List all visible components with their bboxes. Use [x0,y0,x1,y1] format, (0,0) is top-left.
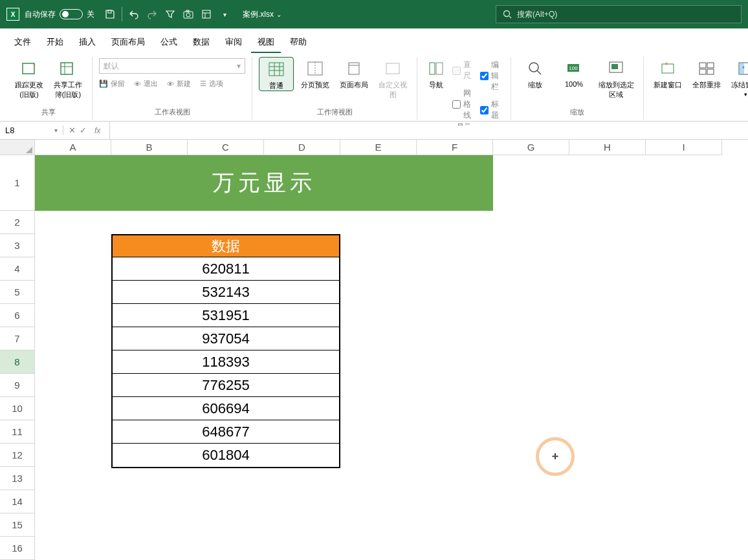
cancel-icon[interactable]: ✕ [69,125,76,135]
new-view-button[interactable]: 👁 新建 [167,79,191,89]
row-header[interactable]: 8 [0,350,35,374]
data-cell[interactable]: 620811 [113,257,339,281]
svg-point-7 [504,11,510,17]
column-header[interactable]: C [188,140,264,155]
row-header[interactable]: 4 [0,257,35,281]
page-layout-button[interactable]: 页面布局 [336,57,371,90]
column-header[interactable]: B [111,140,188,155]
chevron-down-icon: ▾ [744,91,747,98]
formula-bar: L8 ▾ ✕ ✓ fx [0,122,748,140]
tab-file[interactable]: 文件 [8,32,38,53]
tab-formulas[interactable]: 公式 [154,32,184,53]
toggle-switch-icon[interactable] [60,9,83,19]
row-header[interactable]: 13 [0,467,35,490]
svg-line-26 [537,70,541,74]
column-header[interactable]: G [493,140,569,155]
tab-data[interactable]: 数据 [186,32,216,53]
exit-view-button[interactable]: 👁 退出 [134,79,158,89]
row-header[interactable]: 15 [0,513,35,537]
svg-rect-36 [707,69,714,74]
row-header[interactable]: 14 [0,490,35,513]
tab-help[interactable]: 帮助 [283,32,313,53]
enter-icon[interactable]: ✓ [80,125,87,135]
svg-rect-22 [386,63,399,74]
column-header[interactable]: I [646,140,722,155]
filename[interactable]: 案例.xlsx ⌄ [243,9,281,20]
tab-review[interactable]: 审阅 [219,32,248,53]
view-options-button[interactable]: ☰ 选项 [200,79,223,89]
normal-view-button[interactable]: 普通 [259,57,294,91]
data-cell[interactable]: 531951 [113,304,339,327]
row-header[interactable]: 1 [0,155,35,211]
row-header[interactable]: 11 [0,420,35,444]
navigation-button[interactable]: 导航 [424,57,448,90]
search-box[interactable] [496,5,742,23]
undo-icon[interactable] [125,5,143,23]
select-all-corner[interactable] [0,140,35,155]
fx-icon[interactable]: fx [91,126,104,135]
data-cell[interactable]: 648677 [113,420,339,444]
row-header[interactable]: 2 [0,211,35,234]
column-header[interactable]: E [340,140,417,155]
form-icon[interactable] [197,5,215,23]
formula-input[interactable] [110,125,748,135]
redo-icon[interactable] [143,5,161,23]
ribbon-group-share: 跟踪更改(旧版) 共享工作簿(旧版) 共享 [5,57,93,120]
data-cell[interactable]: 937054 [113,327,339,350]
row-header[interactable]: 5 [0,281,35,304]
data-cell[interactable]: 601804 [113,444,339,467]
formula-bar-checkbox[interactable]: 编辑栏 [480,59,504,92]
search-input[interactable] [517,10,734,19]
zoom-100-button[interactable]: 100 100% [556,57,591,88]
data-table: 数据 6208115321435319519370541183937762556… [111,234,340,468]
autosave-toggle[interactable]: 自动保存 关 [25,9,94,20]
camera-icon[interactable] [179,5,197,23]
zoom-button[interactable]: 缩放 [518,57,553,90]
row-header[interactable]: 12 [0,444,35,467]
row-header[interactable]: 6 [0,304,35,327]
row-header[interactable]: 3 [0,234,35,257]
arrange-all-button[interactable]: 全部重排 [689,57,724,90]
column-header[interactable]: A [35,140,111,155]
svg-text:100: 100 [569,65,578,71]
tab-home[interactable]: 开始 [40,32,70,53]
page-break-button[interactable]: 分页预览 [298,57,333,90]
data-cell[interactable]: 118393 [113,350,339,374]
share-workbook-button[interactable]: 共享工作簿(旧版) [50,57,85,100]
column-header[interactable]: F [417,140,493,155]
column-header[interactable]: H [569,140,646,155]
column-header[interactable]: D [264,140,340,155]
data-cell[interactable]: 532143 [113,281,339,304]
freeze-panes-button[interactable]: * 冻结窗格 ▾ [728,57,748,98]
row-header[interactable]: 9 [0,374,35,397]
gridlines-checkbox[interactable]: 网格线 [452,88,476,121]
row-headers: 12345678910111213141516 [0,155,35,560]
zoom-selection-button[interactable]: 缩放到选定区域 [595,57,637,100]
group-label-zoom: 缩放 [570,106,584,120]
row-header[interactable]: 7 [0,327,35,350]
cells-area[interactable]: 万元显示 数据 62081153214353195193705411839377… [35,155,748,560]
tab-page-layout[interactable]: 页面布局 [105,32,151,53]
row-header[interactable]: 10 [0,397,35,420]
filter-icon[interactable] [161,5,179,23]
tab-view[interactable]: 视图 [251,32,281,53]
ruler-checkbox[interactable]: 直尺 [452,59,476,81]
new-window-button[interactable]: + 新建窗口 [650,57,685,90]
sheet-view-dropdown[interactable]: 默认 ▾ [99,58,245,74]
custom-view-button[interactable]: 自定义视图 [375,57,410,100]
chevron-down-icon: ▾ [54,127,58,134]
row-header[interactable]: 16 [0,537,35,560]
ribbon: 跟踪更改(旧版) 共享工作簿(旧版) 共享 默认 ▾ 💾 保留 👁 [0,53,748,122]
tab-insert[interactable]: 插入 [72,32,102,53]
data-cell[interactable]: 606694 [113,397,339,420]
chevron-down-icon[interactable]: ▾ [215,5,234,23]
save-icon[interactable] [101,5,119,23]
svg-line-8 [509,16,511,18]
name-box[interactable]: L8 ▾ [0,125,63,135]
ribbon-group-window: + 新建窗口 全部重排 * 冻结窗格 ▾ [644,57,748,120]
data-cell[interactable]: 776255 [113,374,339,397]
track-changes-button[interactable]: 跟踪更改(旧版) [12,57,47,100]
keep-view-button[interactable]: 💾 保留 [99,79,125,89]
headings-checkbox[interactable]: 标题 [480,99,504,121]
spreadsheet-grid[interactable]: ABCDEFGHI 12345678910111213141516 万元显示 数… [0,140,748,560]
